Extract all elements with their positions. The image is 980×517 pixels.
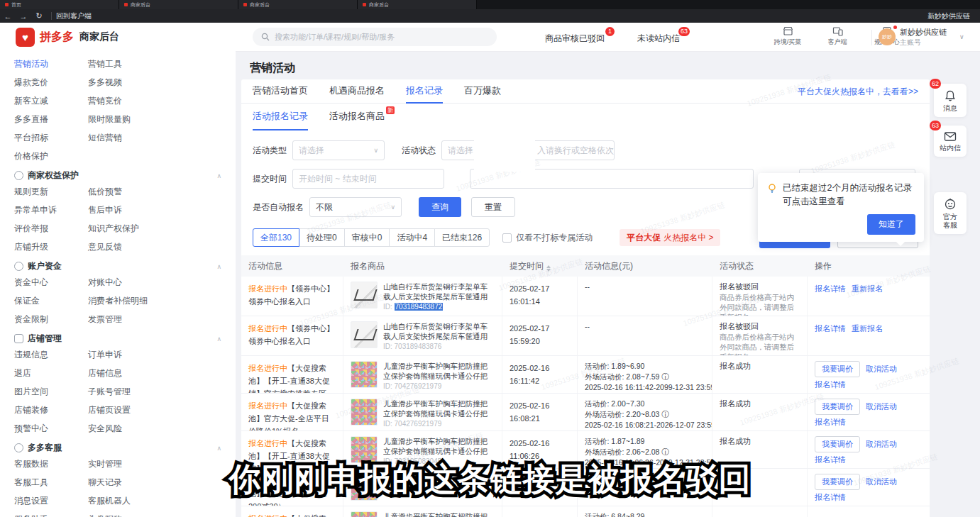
- sidebar-section-merchant-rights[interactable]: 商家权益保护 ∧: [14, 169, 226, 182]
- sidebar-item[interactable]: 意见反馈: [88, 241, 226, 253]
- avatar[interactable]: 妙妙: [879, 28, 896, 45]
- subtab-activity-records[interactable]: 活动报名记录: [253, 104, 308, 130]
- sidebar-item[interactable]: 发票管理: [88, 313, 226, 326]
- product-title[interactable]: 儿童滑步平衡车护胸车把防撞把立保护套饰熊猫玩偶卡通公仔把手袋: [383, 399, 495, 418]
- sidebar-item[interactable]: 退店: [14, 367, 88, 379]
- unread-mail-link[interactable]: 未读站内信63: [637, 33, 680, 45]
- chip-active[interactable]: 活动中4: [389, 228, 435, 247]
- sidebar-item[interactable]: 新客立减: [14, 95, 88, 107]
- official-support-entry[interactable]: 官方客服: [934, 192, 967, 234]
- sidebar-item[interactable]: 规则更新: [14, 186, 88, 198]
- auto-signup-select[interactable]: 不限∨: [309, 197, 402, 217]
- signup-detail-link[interactable]: 报名详情: [815, 380, 846, 389]
- sidebar-section-account-funds[interactable]: 账户资金 ∧: [14, 260, 226, 272]
- forward-icon[interactable]: →: [16, 12, 31, 21]
- crossborder-entry[interactable]: 跨境/买菜: [771, 26, 805, 47]
- sidebar-item[interactable]: 营销工具: [88, 58, 226, 70]
- sidebar-item[interactable]: 限时限量购: [88, 113, 226, 126]
- back-icon[interactable]: ←: [0, 12, 16, 21]
- signup-detail-link[interactable]: 报名详情: [815, 284, 846, 293]
- browser-tab[interactable]: 商家后台: [119, 0, 238, 9]
- tab-opportunity-signup[interactable]: 机遇商品报名: [329, 79, 385, 104]
- sidebar-item[interactable]: 售后申诉: [88, 204, 226, 216]
- review-rejected-link[interactable]: 商品审核已驳回1: [545, 33, 605, 45]
- sidebar-item[interactable]: 评价举报: [14, 223, 88, 235]
- sidebar-item[interactable]: 服务助手: [14, 513, 88, 517]
- product-title[interactable]: 儿童滑步平衡车护胸车把防撞把立保护套饰熊猫玩偶卡通公仔把手袋: [383, 361, 495, 381]
- sidebar-item[interactable]: 价格保护: [14, 150, 88, 162]
- browser-tab[interactable]: 首页: [0, 0, 119, 9]
- sidebar-section-shop-management[interactable]: 店铺管理 ∧: [14, 333, 226, 345]
- browser-tab[interactable]: 商家后台: [238, 0, 358, 9]
- sidebar-item[interactable]: 爆款竞价: [14, 77, 88, 89]
- back-to-client-link[interactable]: 回到客户端: [56, 11, 92, 21]
- sidebar-item[interactable]: 预警中心: [14, 423, 88, 435]
- tab-million-hot[interactable]: 百万爆款: [464, 79, 501, 104]
- collapse-icon[interactable]: ∧: [216, 335, 221, 343]
- messages-entry[interactable]: 62 消息: [934, 84, 967, 117]
- sidebar-item[interactable]: 对账中心: [88, 277, 226, 289]
- reload-icon[interactable]: ↻: [31, 11, 47, 21]
- product-image[interactable]: [351, 282, 378, 308]
- sidebar-item[interactable]: 店铺页设置: [88, 404, 226, 416]
- sidebar-item[interactable]: 营销竞价: [88, 95, 226, 107]
- chip-reviewing[interactable]: 审核中0: [344, 228, 390, 247]
- search-button[interactable]: 查询: [419, 197, 461, 217]
- browser-tab[interactable]: 商家后台: [358, 0, 477, 9]
- product-title[interactable]: 儿童滑步平衡车护胸车把防撞把立保护套饰熊猫玩偶卡通公仔把手袋: [383, 436, 495, 456]
- collapse-icon[interactable]: ∧: [216, 445, 221, 452]
- product-id[interactable]: ID: 704276921979: [383, 382, 495, 390]
- chip-pending[interactable]: 待处理0: [299, 228, 345, 247]
- client-entry[interactable]: 客户端: [820, 26, 854, 47]
- sidebar-item[interactable]: 知识产权保护: [88, 223, 226, 235]
- sort-icon[interactable]: [546, 265, 551, 272]
- sidebar-item[interactable]: 短信营销: [88, 132, 226, 144]
- col-submit-time[interactable]: 提交时间: [502, 260, 578, 272]
- sidebar-item[interactable]: 违规信息: [14, 349, 88, 361]
- hot-promo-badge[interactable]: 平台大促火热报名中 >: [620, 229, 720, 246]
- re-signup-link[interactable]: 重新报名: [852, 284, 883, 293]
- got-it-button[interactable]: 知道了: [867, 214, 915, 235]
- sidebar-item[interactable]: 低价预警: [88, 186, 226, 198]
- sidebar-item[interactable]: 资金中心: [14, 277, 88, 289]
- product-title[interactable]: 山地自行车后货架钢行李架单车载人后支架快拆尾架后车筐通用骑行装备: [383, 321, 495, 341]
- product-image[interactable]: [351, 511, 378, 517]
- browser-profile-name[interactable]: 新妙妙供应链: [927, 11, 970, 21]
- sidebar-section-customer-service[interactable]: 多多客服 ∧: [14, 442, 226, 454]
- reset-button[interactable]: 重置: [471, 197, 515, 217]
- cancel-activity-link[interactable]: 取消活动: [866, 402, 897, 411]
- chip-ended[interactable]: 已结束126: [434, 228, 490, 247]
- product-title[interactable]: 儿童滑步平衡车护胸车把防撞把立保护套饰熊猫玩偶卡通公仔把手袋: [383, 511, 495, 517]
- collapse-icon[interactable]: ∧: [216, 263, 221, 270]
- chevron-down-icon[interactable]: ∨: [959, 33, 964, 40]
- product-id[interactable]: ID: 703189483872: [383, 303, 495, 311]
- sidebar-item[interactable]: 店铺装修: [14, 404, 88, 416]
- exclusive-checkbox[interactable]: [502, 233, 512, 243]
- signup-detail-link[interactable]: 报名详情: [815, 324, 846, 333]
- re-signup-link[interactable]: 重新报名: [852, 324, 883, 333]
- submit-time-range-input[interactable]: 开始时间 ~ 结束时间: [292, 169, 444, 189]
- tab-signup-records[interactable]: 报名记录: [406, 79, 443, 104]
- sidebar-item[interactable]: 消费者补偿明细: [88, 295, 226, 307]
- promo-link[interactable]: 平台大促火热报名中，去看看>>: [798, 79, 918, 104]
- sidebar-item[interactable]: 子账号管理: [88, 386, 226, 398]
- tab-marketing-home[interactable]: 营销活动首页: [253, 79, 308, 104]
- sidebar-item[interactable]: 订单申诉: [88, 349, 226, 361]
- adjust-price-button[interactable]: 我要调价: [815, 436, 860, 452]
- chip-all[interactable]: 全部130: [253, 228, 299, 247]
- collapse-icon[interactable]: ∧: [216, 172, 221, 179]
- sidebar-item[interactable]: 多多直播: [14, 113, 88, 126]
- subtab-activity-goods[interactable]: 活动报名商品新: [329, 104, 385, 130]
- signup-detail-link[interactable]: 报名详情: [815, 418, 846, 426]
- site-mail-entry[interactable]: 63 站内信: [934, 126, 967, 157]
- sidebar-item[interactable]: 店铺信息: [88, 367, 226, 379]
- product-id[interactable]: ID: 703189483876: [383, 343, 495, 350]
- product-title[interactable]: 山地自行车后货架钢行李架单车载人后支架快拆尾架后车筐通用骑行装备: [383, 282, 495, 301]
- sidebar-item[interactable]: 保证金: [14, 295, 88, 307]
- adjust-price-button[interactable]: 我要调价: [815, 399, 860, 415]
- sidebar-item[interactable]: 图片空间: [14, 386, 88, 398]
- sidebar-item-marketing-activity[interactable]: 营销活动: [14, 58, 88, 70]
- product-image[interactable]: [351, 399, 378, 426]
- sidebar-item[interactable]: 平台招标: [14, 132, 88, 144]
- activity-type-select[interactable]: 请选择∨: [292, 140, 385, 160]
